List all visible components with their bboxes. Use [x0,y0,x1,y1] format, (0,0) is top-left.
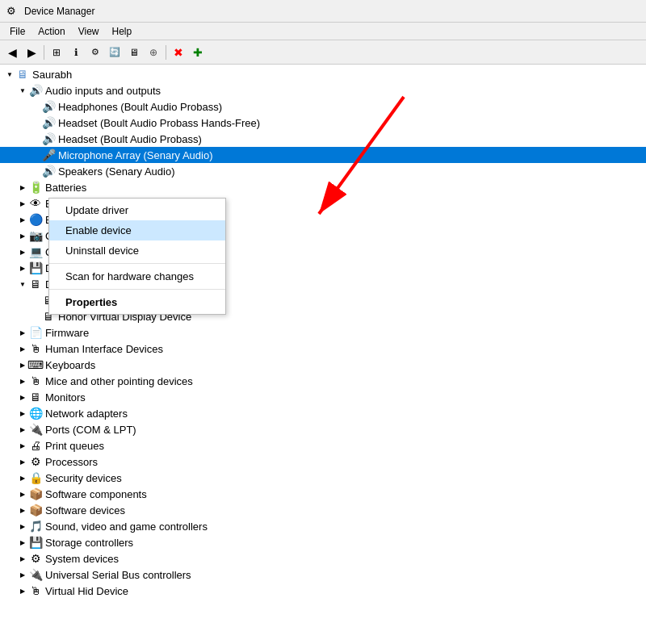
expand-honor [29,310,42,323]
tree-node-sysdev[interactable]: ▶ ⚙ System devices [0,550,646,567]
icon-processors: ⚙ [29,455,42,468]
expand-print[interactable]: ▶ [16,439,29,452]
tree-node-hid[interactable]: ▶ 🖱 Human Interface Devices [0,341,646,357]
menu-view[interactable]: View [72,24,106,39]
expand-ports[interactable]: ▶ [16,423,29,436]
toolbar-separator-2 [166,45,166,60]
ctx-properties[interactable]: Properties [49,292,225,312]
expand-disk[interactable]: ▶ [16,261,29,274]
expand-softcomp[interactable]: ▶ [16,487,29,500]
menu-help[interactable]: Help [106,24,139,39]
tree-node-saurabh[interactable]: ▼ 🖥 Saurabh [0,66,646,82]
tree-node-keyboards[interactable]: ▶ ⌨ Keyboards [0,357,646,373]
icon-computer-node: 💻 [29,245,42,258]
label-speakers: Speakers (Senary Audio) [58,165,175,178]
icon-monitors: 🖥 [29,391,42,404]
tree-node-speakers[interactable]: 🔊 Speakers (Senary Audio) [0,163,646,179]
expand-saurabh[interactable]: ▼ [3,68,16,81]
icon-vhid: 🖱 [29,584,42,597]
label-monitors: Monitors [45,391,86,404]
toolbar-btn-remove[interactable]: ✖ [170,44,187,61]
ctx-enable-device[interactable]: Enable device [49,220,225,240]
toolbar-btn-scan[interactable]: ⚙ [86,44,104,61]
tree-node-processors[interactable]: ▶ ⚙ Processors [0,454,646,470]
menu-bar: File Action View Help [0,23,646,40]
expand-computer[interactable]: ▶ [16,245,29,258]
ctx-uninstall-device[interactable]: Uninstall device [49,240,225,261]
expand-processors[interactable]: ▶ [16,455,29,468]
menu-file[interactable]: File [3,24,31,39]
tree-node-firmware[interactable]: ▶ 📄 Firmware [0,324,646,341]
toolbar-btn-enable[interactable]: ✚ [189,44,207,61]
label-mice: Mice and other pointing devices [45,375,193,387]
tree-node-print[interactable]: ▶ 🖨 Print queues [0,437,646,454]
icon-sysdev: ⚙ [29,552,42,565]
icon-network: 🌐 [29,407,42,420]
expand-display[interactable]: ▼ [16,278,29,291]
ctx-separator-2 [49,289,225,290]
tree-node-headset2[interactable]: 🔊 Headset (Boult Audio Probass) [0,131,646,147]
expand-mice[interactable]: ▶ [16,374,29,387]
icon-cameras: 📷 [29,229,42,242]
tree-node-security[interactable]: ▶ 🔒 Security devices [0,470,646,486]
menu-action[interactable]: Action [31,24,71,39]
label-softdev: Software devices [45,504,125,516]
icon-security: 🔒 [29,471,42,484]
tree-node-headphones[interactable]: 🔊 Headphones (Boult Audio Probass) [0,98,646,115]
expand-usb[interactable]: ▶ [16,568,29,581]
toolbar-btn-properties[interactable]: ⊞ [48,44,65,61]
toolbar-btn-update[interactable]: 🔄 [106,44,124,61]
tree-node-batteries[interactable]: ▶ 🔋 Batteries [0,179,646,195]
toolbar-back[interactable]: ◀ [3,44,21,61]
icon-batteries: 🔋 [29,181,42,194]
ctx-update-driver[interactable]: Update driver [49,200,225,220]
expand-storage[interactable]: ▶ [16,536,29,549]
tree-node-mice[interactable]: ▶ 🖱 Mice and other pointing devices [0,373,646,389]
toolbar-separator-1 [44,45,44,60]
tree-node-network[interactable]: ▶ 🌐 Network adapters [0,405,646,421]
label-headphones: Headphones (Boult Audio Probass) [58,101,222,113]
ctx-scan-hardware[interactable]: Scan for hardware changes [49,266,225,286]
tree-node-vhid[interactable]: ▶ 🖱 Virtual Hid Device [0,583,646,599]
expand-vhid[interactable]: ▶ [16,584,29,597]
tree-node-ports[interactable]: ▶ 🔌 Ports (COM & LPT) [0,421,646,437]
expand-hid[interactable]: ▶ [16,342,29,355]
expand-bluetooth[interactable]: ▶ [16,213,29,226]
expand-monitors[interactable]: ▶ [16,391,29,404]
expand-biometric[interactable]: ▶ [16,197,29,210]
tree-node-mic[interactable]: 🎤 Microphone Array (Senary Audio) [0,147,646,163]
label-processors: Processors [45,456,98,468]
label-headset2: Headset (Boult Audio Probass) [58,133,202,145]
expand-security[interactable]: ▶ [16,471,29,484]
icon-mice: 🖱 [29,374,42,387]
icon-disk: 💾 [29,261,42,274]
expand-cameras[interactable]: ▶ [16,229,29,242]
tree-node-headset1[interactable]: 🔊 Headset (Boult Audio Probass Hands-Fre… [0,115,646,131]
icon-saurabh: 🖥 [16,68,29,81]
expand-sound[interactable]: ▶ [16,520,29,533]
icon-headset2: 🔊 [42,132,55,145]
expand-sysdev[interactable]: ▶ [16,552,29,565]
expand-network[interactable]: ▶ [16,407,29,420]
toolbar-forward[interactable]: ▶ [23,44,40,61]
expand-softdev[interactable]: ▶ [16,504,29,516]
tree-node-monitors[interactable]: ▶ 🖥 Monitors [0,389,646,405]
label-headset1: Headset (Boult Audio Probass Hands-Free) [58,117,260,129]
icon-audio: 🔊 [29,84,42,97]
icon-print: 🖨 [29,439,42,452]
expand-audio[interactable]: ▼ [16,84,29,97]
tree-node-usb[interactable]: ▶ 🔌 Universal Serial Bus controllers [0,567,646,583]
toolbar-btn-monitor[interactable]: 🖥 [125,44,143,61]
device-tree[interactable]: ▼ 🖥 Saurabh ▼ 🔊 Audio inputs and outputs… [0,65,646,644]
tree-node-softdev[interactable]: ▶ 📦 Software devices [0,502,646,518]
tree-node-storage[interactable]: ▶ 💾 Storage controllers [0,534,646,550]
tree-node-audio[interactable]: ▼ 🔊 Audio inputs and outputs [0,82,646,98]
tree-node-softcomp[interactable]: ▶ 📦 Software components [0,486,646,502]
toolbar-btn-info[interactable]: ℹ [67,44,85,61]
expand-firmware[interactable]: ▶ [16,326,29,339]
label-firmware: Firmware [45,327,89,339]
tree-node-sound[interactable]: ▶ 🎵 Sound, video and game controllers [0,518,646,534]
expand-batteries[interactable]: ▶ [16,181,29,194]
toolbar-btn-add[interactable]: ⊕ [145,44,162,61]
icon-softdev: 📦 [29,504,42,516]
